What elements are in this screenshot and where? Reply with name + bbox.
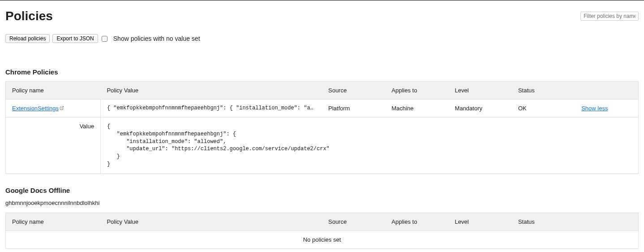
column-header-source: Source [322,82,385,100]
column-header-name: Policy name [6,213,101,230]
column-header-level: Level [449,213,512,230]
column-header-value: Policy Value [100,82,322,100]
section-title-chrome: Chrome Policies [5,68,639,76]
table-row-empty: No policies set [6,230,639,248]
section-subtitle: ghbmnnjooekpmoecnnnilnnbdlolhkhi [5,200,639,206]
column-header-name: Policy name [6,82,101,100]
no-policies-text: No policies set [6,230,639,248]
svg-line-0 [61,106,64,109]
show-less-link[interactable]: Show less [581,105,608,112]
column-header-level: Level [449,82,512,100]
column-header-source: Source [322,213,385,230]
export-json-button[interactable]: Export to JSON [52,34,98,43]
policy-name-link[interactable]: ExtensionSettings [12,105,59,112]
show-unset-checkbox[interactable] [102,36,107,42]
toolbar: Reload policies Export to JSON Show poli… [5,34,639,43]
policy-status: OK [512,100,575,117]
policy-value-short: { "emkfopkkebmpohfnnmnmfhepaeehbgnj": { … [100,100,322,117]
expanded-value-label: Value [6,117,101,174]
policies-table-docs-offline: Policy name Policy Value Source Applies … [5,213,639,249]
policy-source: Platform [322,100,385,117]
policies-table-chrome: Policy name Policy Value Source Applies … [5,81,639,174]
column-header-action [575,213,638,230]
page-title: Policies [5,9,53,23]
expanded-value-content: { "emkfopkkebmpohfnnmnmfhepaeehbgnj": { … [107,123,632,168]
column-header-applies: Applies to [385,82,448,100]
column-header-status: Status [512,82,575,100]
table-row-expanded: Value { "emkfopkkebmpohfnnmnmfhepaeehbgn… [6,117,639,174]
policy-level: Mandatory [449,100,512,117]
show-unset-label: Show policies with no value set [113,35,200,42]
column-header-applies: Applies to [385,213,448,230]
table-row: ExtensionSettings { "emkfopkkebmpohfnnmn… [6,100,639,117]
column-header-status: Status [512,213,575,230]
section-title-docs-offline: Google Docs Offline [5,187,639,194]
reload-policies-button[interactable]: Reload policies [5,34,50,43]
policy-applies: Machine [385,100,448,117]
column-header-value: Policy Value [100,213,322,230]
filter-input[interactable] [580,12,639,21]
column-header-action [575,82,638,100]
external-link-icon [60,106,64,110]
